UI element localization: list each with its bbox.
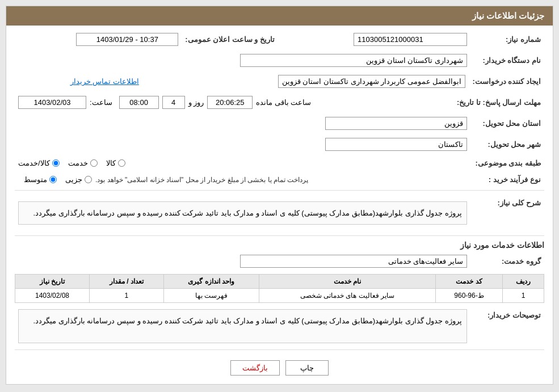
info-table-row7: طبقه بندی موضوعی: کالا/خدمت خدمت (15, 157, 544, 169)
province-input: قزوین (325, 117, 467, 130)
info-table-row6: شهر محل تحویل: تاکستان (15, 136, 544, 153)
print-button[interactable]: چاپ (285, 360, 329, 376)
deadline-label: مهلت ارسال پاسخ: تا تاریخ: (453, 94, 544, 111)
time-label: ساعت: (90, 98, 112, 107)
time-input: 08:00 (119, 96, 159, 109)
remaining-time-input: 20:06:25 (207, 96, 253, 109)
info-table-row8: نوع فرآیند خرید : متوسط جزیی (15, 174, 544, 186)
radio-jazee-input[interactable] (85, 176, 92, 183)
purchase-type-label: نوع فرآیند خرید : (470, 174, 544, 186)
col-unit: واحد اندازه گیری (163, 275, 259, 289)
services-table: ردیف کد خدمت نام خدمت واحد اندازه گیری ت… (15, 274, 544, 303)
col-quantity: تعداد / مقدار (89, 275, 163, 289)
radio-kala-khedmat-label: کالا/خدمت (18, 159, 50, 167)
radio-khedmat-input[interactable] (90, 159, 98, 167)
col-service-name: نام خدمت (259, 275, 436, 289)
category-label: طبقه بندی موضوعی: (470, 157, 544, 169)
deadline-values: 1403/02/03 ساعت: 08:00 4 روز و 20:06:25 … (15, 94, 453, 111)
table-cell: فهرست بها (163, 289, 259, 303)
date-input: 1403/02/03 (18, 96, 86, 109)
city-value: تاکستان (15, 136, 470, 153)
services-group-table: گروه خدمت: سایر فعالیت‌های خدماتی (15, 253, 544, 269)
buyer-org-input: شهرداری تاکستان استان قزوین (240, 54, 467, 67)
services-title: اطلاعات خدمات مورد نیاز (15, 241, 544, 250)
creator-input: ابوالفضل عمومی کاربردار شهرداری تاکستان … (278, 75, 466, 88)
radio-kala-khedmat-input[interactable] (52, 159, 60, 167)
radio-motavasset-input[interactable] (49, 176, 57, 183)
announce-input: 1403/01/29 - 10:37 (76, 33, 178, 46)
creator-value: ابوالفضل عمومی کاربردار شهرداری تاکستان … (145, 73, 469, 90)
panel-header: جزئیات اطلاعات نیاز (6, 6, 553, 26)
province-value: قزوین (15, 115, 470, 132)
panel-body: شماره نیاز: 1103005121000031 تاریخ و ساع… (6, 26, 553, 384)
radio-kala-input[interactable] (118, 159, 125, 167)
purchase-type-content: متوسط جزیی پرداخت تمام یا بخشی از مبلغ خ… (15, 174, 470, 186)
divider2 (15, 235, 544, 236)
buyer-org-label: نام دستگاه خریدار: (470, 52, 544, 69)
info-table-row3: ایجاد کننده درخواست: ابوالفضل عمومی کارب… (15, 73, 544, 90)
radio-motavasset[interactable]: متوسط (24, 175, 57, 184)
need-desc-box: پروژه جدول گذاری بلوارشهد(مطابق مدارک پی… (18, 201, 467, 225)
days-input: 4 (162, 96, 185, 109)
radio-khedmat-label: خدمت (68, 159, 88, 167)
buyer-notes-box: پروژه جدول گذاری بلوارشهد(مطابق مدارک پی… (18, 309, 467, 343)
city-label: شهر محل تحویل: (470, 136, 544, 153)
radio-khedmat[interactable]: خدمت (68, 159, 98, 167)
radio-kala[interactable]: کالا (106, 159, 125, 167)
radio-jazee[interactable]: جزیی (65, 175, 92, 184)
announce-label: تاریخ و ساعت اعلان عمومی: (182, 31, 286, 48)
radio-kala-khedmat[interactable]: کالا/خدمت (18, 159, 60, 167)
group-input: سایر فعالیت‌های خدماتی (240, 255, 467, 268)
remaining-suffix: ساعت باقی مانده (256, 98, 311, 107)
province-label: استان محل تحویل: (470, 115, 544, 132)
radio-jazee-label: جزیی (65, 175, 82, 184)
col-service-code: کد خدمت (436, 275, 503, 289)
contact-link-cell: اطلاعات تماس خریدار (15, 73, 145, 90)
table-row: 1ط-96-960سایر فعالیت های خدماتی شخصیفهرس… (15, 289, 544, 303)
col-date: تاریخ نیاز (15, 275, 90, 289)
need-desc-value: پروژه جدول گذاری بلوارشهد(مطابق مدارک پی… (15, 195, 470, 231)
group-value: سایر فعالیت‌های خدماتی (15, 253, 470, 269)
buyer-org-value: شهرداری تاکستان استان قزوین (15, 52, 470, 69)
group-label: گروه خدمت: (470, 253, 544, 269)
table-cell: ط-96-960 (436, 289, 503, 303)
info-table-row1: شماره نیاز: 1103005121000031 تاریخ و ساع… (15, 31, 544, 48)
back-button[interactable]: بازگشت (230, 360, 280, 376)
need-desc-label: شرح کلی نیاز: (470, 195, 544, 231)
panel-title: جزئیات اطلاعات نیاز (472, 11, 544, 20)
need-number-value: 1103005121000031 (286, 31, 470, 48)
table-cell: 1403/02/08 (15, 289, 90, 303)
main-panel: جزئیات اطلاعات نیاز شماره نیاز: 11030051… (6, 6, 553, 385)
footer-buttons: چاپ بازگشت (15, 355, 544, 378)
radio-kala-label: کالا (106, 159, 116, 167)
page-container: جزئیات اطلاعات نیاز شماره نیاز: 11030051… (0, 0, 559, 392)
contact-link[interactable]: اطلاعات تماس خریدار (70, 77, 139, 86)
col-row-num: ردیف (502, 275, 544, 289)
city-input: تاکستان (325, 138, 467, 151)
need-number-input: 1103005121000031 (354, 33, 467, 46)
divider3 (15, 349, 544, 350)
info-table-row2: نام دستگاه خریدار: شهرداری تاکستان استان… (15, 52, 544, 69)
purchase-note: پرداخت تمام یا بخشی از مبلغ خریدار از مح… (95, 176, 308, 184)
announce-value: 1403/01/29 - 10:37 (15, 31, 182, 48)
table-cell: 1 (502, 289, 544, 303)
table-cell: سایر فعالیت های خدماتی شخصی (259, 289, 436, 303)
remaining-label: روز و (188, 98, 204, 107)
radio-motavasset-label: متوسط (24, 175, 47, 184)
need-number-label: شماره نیاز: (470, 31, 544, 48)
creator-label: ایجاد کننده درخواست: (469, 73, 544, 90)
need-desc-table: شرح کلی نیاز: پروژه جدول گذاری بلوارشهد(… (15, 195, 544, 231)
divider1 (15, 190, 544, 191)
buyer-notes-table: توصیحات خریدار: پروژه جدول گذاری بلوارشه… (15, 307, 544, 345)
info-table-row5: استان محل تحویل: قزوین (15, 115, 544, 132)
info-table-row4: مهلت ارسال پاسخ: تا تاریخ: 1403/02/03 سا… (15, 94, 544, 111)
table-cell: 1 (89, 289, 163, 303)
buyer-notes-value: پروژه جدول گذاری بلوارشهد(مطابق مدارک پی… (15, 307, 470, 345)
category-radios: کالا/خدمت خدمت کالا (15, 157, 470, 169)
buyer-notes-label: توصیحات خریدار: (470, 307, 544, 345)
